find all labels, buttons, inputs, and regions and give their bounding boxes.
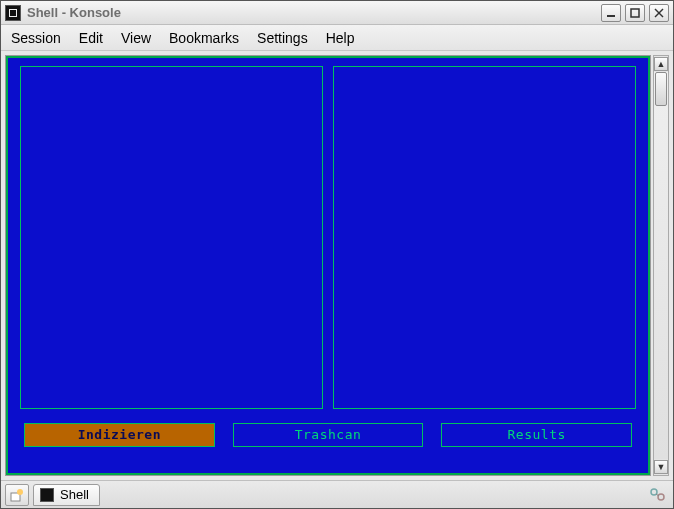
svg-point-8 [17, 489, 23, 495]
menubar: Session Edit View Bookmarks Settings Hel… [1, 25, 673, 51]
menu-settings[interactable]: Settings [257, 30, 308, 46]
menu-session[interactable]: Session [11, 30, 61, 46]
session-tab-shell[interactable]: Shell [33, 484, 100, 506]
titlebar: Shell - Konsole [1, 1, 673, 25]
menu-bookmarks[interactable]: Bookmarks [169, 30, 239, 46]
activity-indicator-icon[interactable] [647, 485, 669, 505]
tab-label: Shell [60, 487, 89, 502]
scrollbar-vertical[interactable]: ▲ ▼ [653, 55, 669, 476]
maximize-button[interactable] [625, 4, 645, 22]
tui-button-row: Indizieren Trashcan Results [20, 423, 636, 447]
application-window: Shell - Konsole Session Edit View Bookma… [0, 0, 674, 509]
new-session-button[interactable] [5, 484, 29, 506]
tui-button-results[interactable]: Results [441, 423, 632, 447]
menu-help[interactable]: Help [326, 30, 355, 46]
svg-rect-4 [631, 9, 639, 17]
tui-right-panel[interactable] [333, 66, 636, 409]
tui-panels [20, 66, 636, 409]
minimize-button[interactable] [601, 4, 621, 22]
tui-button-indizieren[interactable]: Indizieren [24, 423, 215, 447]
bottom-tab-bar: Shell [1, 480, 673, 508]
svg-point-10 [658, 494, 664, 500]
scroll-track[interactable] [654, 72, 668, 459]
tui-button-trashcan[interactable]: Trashcan [233, 423, 424, 447]
scroll-down-arrow-icon[interactable]: ▼ [654, 460, 668, 474]
window-buttons [601, 4, 669, 22]
tui-root: Indizieren Trashcan Results [6, 56, 650, 475]
tui-left-panel[interactable] [20, 66, 323, 409]
close-button[interactable] [649, 4, 669, 22]
terminal-icon [40, 488, 54, 502]
terminal[interactable]: Indizieren Trashcan Results [5, 55, 651, 476]
menu-view[interactable]: View [121, 30, 151, 46]
scroll-up-arrow-icon[interactable]: ▲ [654, 57, 668, 71]
svg-rect-2 [10, 10, 16, 16]
app-icon [5, 5, 21, 21]
window-title: Shell - Konsole [27, 5, 601, 20]
client-area: Indizieren Trashcan Results ▲ ▼ [1, 51, 673, 480]
scroll-thumb[interactable] [655, 72, 667, 106]
menu-edit[interactable]: Edit [79, 30, 103, 46]
